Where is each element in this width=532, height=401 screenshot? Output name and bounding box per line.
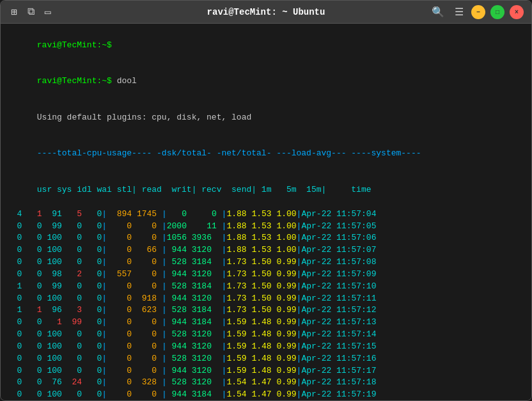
table-row: 0 0 100 0 0| 0 0 | 528 3120 |1.59 1.48 0… [7, 329, 525, 341]
terminal-content[interactable]: ravi@TecMint:~$ ravi@TecMint:~$ dool Usi… [1, 24, 531, 400]
titlebar-right: 🔍 ☰ – □ × [429, 4, 524, 20]
titlebar: ⊞ ⧉ ▭ ravi@TecMint: ~ Ubuntu 🔍 ☰ – □ × [1, 1, 531, 24]
header1-text: ----total-cpu-usage---- -dsk/total- -net… [37, 148, 421, 158]
table-row: 0 0 98 2 0| 557 0 | 944 3120 |1.73 1.50 … [7, 269, 525, 281]
table-row: 0 0 100 0 0| 0 66 | 944 3120 |1.88 1.53 … [7, 244, 525, 256]
table-row: 0 0 100 0 0| 0 0 | 528 3120 |1.59 1.48 0… [7, 353, 525, 365]
prompt-line-1: ravi@TecMint:~$ [7, 28, 525, 64]
table-row: 0 0 100 0 0| 0 0 | 528 3184 |1.73 1.50 0… [7, 256, 525, 269]
table-row: 0 0 100 0 0| 0 0 |1056 3936 |1.88 1.53 1… [7, 232, 525, 244]
close-button[interactable]: × [510, 5, 524, 19]
prompt-line-2: ravi@TecMint:~$ dool [7, 64, 525, 100]
command: dool [117, 76, 137, 86]
search-icon[interactable]: 🔍 [429, 4, 447, 20]
table-row: 0 0 100 0 0| 0 0 | 944 3120 |1.59 1.48 0… [7, 365, 525, 377]
table-row: 0 0 100 0 0| 0 0 | 944 3184 |1.54 1.47 0… [7, 389, 525, 400]
info-line: Using default plugins: cpu, disk, net, l… [7, 100, 525, 136]
prompt-user-1: ravi@TecMint:~$ [37, 40, 117, 50]
maximize-button[interactable]: □ [490, 5, 505, 19]
info-text: Using default plugins: cpu, disk, net, l… [37, 113, 251, 122]
titlebar-left: ⊞ ⧉ ▭ [8, 4, 53, 20]
table-row: 0 0 1 99 0| 0 0 | 944 3184 |1.59 1.48 0.… [7, 317, 525, 329]
table-row: 4 1 91 5 0| 894 1745 | 0 0 |1.88 1.53 1.… [7, 208, 525, 221]
table-row: 0 0 76 24 0| 0 328 | 528 3120 |1.54 1.47… [7, 377, 525, 389]
minimize-button[interactable]: – [471, 5, 485, 19]
terminal-window: ⊞ ⧉ ▭ ravi@TecMint: ~ Ubuntu 🔍 ☰ – □ × r… [0, 0, 532, 401]
header-line-1: ----total-cpu-usage---- -dsk/total- -net… [7, 136, 525, 173]
prompt-user-2: ravi@TecMint:~$ [37, 76, 117, 86]
table-row: 1 1 96 3 0| 0 623 | 528 3184 |1.73 1.50 … [7, 304, 525, 317]
split-icon[interactable]: ⧉ [25, 4, 37, 19]
table-row: 0 0 100 0 0| 0 918 | 944 3120 |1.73 1.50… [7, 293, 525, 305]
header-line-2: usr sys idl wai stl| read writ| recv sen… [7, 172, 525, 208]
table-row: 0 0 99 0 0| 0 0 |2000 11 |1.88 1.53 1.00… [7, 221, 525, 233]
window-title: ravi@TecMint: ~ Ubuntu [207, 7, 325, 17]
terminal-icon[interactable]: ▭ [42, 4, 54, 20]
new-tab-icon[interactable]: ⊞ [8, 4, 20, 20]
table-row: 0 0 100 0 0| 0 0 | 944 3120 |1.59 1.48 0… [7, 341, 525, 353]
header2-text: usr sys idl wai stl| read writ| recv sen… [37, 185, 372, 194]
menu-icon[interactable]: ☰ [452, 4, 466, 20]
table-row: 1 0 99 0 0| 0 0 | 528 3184 |1.73 1.50 0.… [7, 281, 525, 293]
data-rows-container: 4 1 91 5 0| 894 1745 | 0 0 |1.88 1.53 1.… [7, 208, 525, 400]
